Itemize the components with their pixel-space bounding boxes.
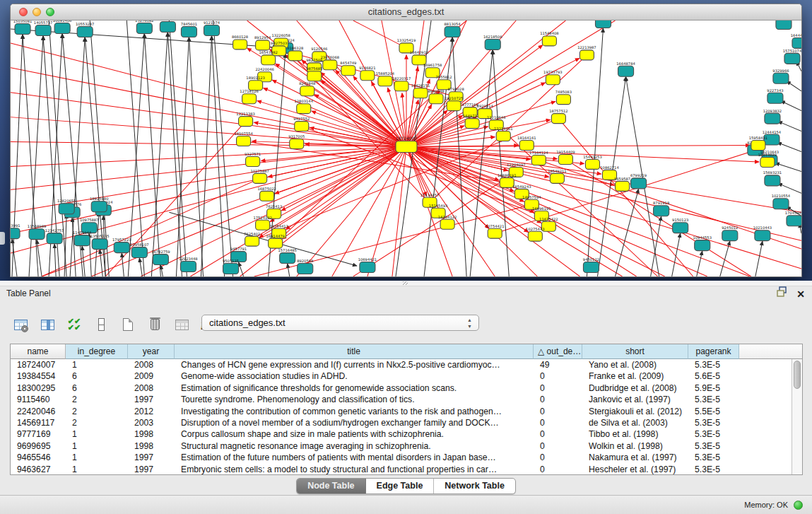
teal-node-9227343[interactable]: 9227343 bbox=[767, 88, 783, 103]
cell-in_degree[interactable]: 1 bbox=[66, 464, 128, 474]
teal-node-12820655[interactable]: 12820655 bbox=[57, 199, 76, 214]
cell-short[interactable]: Jankovic et al. (1997) bbox=[582, 394, 688, 405]
cell-name[interactable]: 9463627 bbox=[11, 464, 66, 474]
teal-node-15751074[interactable]: 15751074 bbox=[783, 49, 801, 64]
cell-out_de[interactable]: 0 bbox=[534, 417, 582, 428]
column-header-name[interactable]: name bbox=[11, 344, 66, 359]
cell-name[interactable]: 9115460 bbox=[11, 394, 66, 405]
teal-node-12654393[interactable]: 12654393 bbox=[594, 21, 612, 28]
yellow-node-9317005[interactable]: 9317005 bbox=[288, 134, 305, 148]
cell-out_de[interactable]: 0 bbox=[534, 464, 582, 474]
table-source-dropdown[interactable]: citations_edges.txt ▲▼ bbox=[201, 315, 479, 331]
yellow-node-10844622[interactable]: 10844622 bbox=[758, 153, 777, 167]
table-row[interactable]: 1872400712008Changes of HCN gene express… bbox=[11, 359, 792, 370]
cell-out_de[interactable]: 0 bbox=[534, 370, 582, 382]
teal-node-12342757[interactable]: 12342757 bbox=[45, 228, 64, 243]
network-window-titlebar[interactable]: citations_edges.txt bbox=[11, 4, 801, 21]
teal-node-14055737[interactable]: 14055737 bbox=[34, 21, 52, 35]
teal-node-7845601[interactable]: 7845601 bbox=[181, 22, 197, 37]
yellow-node-9327571[interactable]: 9327571 bbox=[245, 152, 261, 166]
yellow-node-9427552[interactable]: 9427552 bbox=[293, 117, 310, 131]
cell-pagerank[interactable]: 5.3E-5 bbox=[688, 359, 739, 370]
cell-year[interactable]: 2012 bbox=[128, 406, 175, 417]
teal-node-16033809[interactable]: 16033809 bbox=[158, 21, 177, 32]
yellow-node-10754421[interactable]: 10754421 bbox=[486, 224, 504, 238]
teal-node-16648784[interactable]: 16648784 bbox=[616, 62, 635, 76]
column-header-short[interactable]: short bbox=[582, 344, 688, 359]
table-row[interactable]: 946362711997Embryonic stem cells: a mode… bbox=[11, 464, 792, 474]
cell-short[interactable]: Dudbridge et al. (2008) bbox=[582, 382, 688, 394]
cell-name[interactable]: 18300295 bbox=[11, 382, 66, 394]
yellow-node-12803144[interactable]: 12803144 bbox=[295, 99, 314, 113]
cell-short[interactable]: de Silva et al. (2003) bbox=[582, 417, 688, 428]
teal-node-9245012[interactable]: 9245012 bbox=[722, 226, 738, 240]
cell-title[interactable]: Corpus callosum shape and size in male p… bbox=[175, 428, 534, 440]
teal-node-16782759[interactable]: 16782759 bbox=[151, 250, 170, 264]
cell-in_degree[interactable]: 1 bbox=[66, 452, 128, 463]
teal-node-6799219[interactable]: 6799219 bbox=[630, 173, 647, 188]
yellow-node-18549211[interactable]: 18549211 bbox=[548, 169, 566, 183]
cell-short[interactable]: Yano et al. (2008) bbox=[582, 359, 688, 370]
yellow-node-18901123[interactable]: 18901123 bbox=[246, 76, 264, 90]
table-row[interactable]: 2242004622012Investigating the contribut… bbox=[11, 406, 792, 417]
table-scrollbar[interactable] bbox=[792, 359, 802, 474]
yellow-node-23676068[interactable]: 23676068 bbox=[321, 55, 339, 69]
yellow-node-9146821[interactable]: 9146821 bbox=[359, 66, 375, 80]
cell-pagerank[interactable]: 5.5E-5 bbox=[688, 406, 739, 417]
cell-out_de[interactable]: 49 bbox=[534, 359, 582, 370]
panel-resize-handle[interactable] bbox=[0, 281, 812, 286]
cell-short[interactable]: Nakamura et al. (1997) bbox=[582, 452, 688, 463]
cell-year[interactable]: 1997 bbox=[128, 452, 175, 463]
table-mode-button[interactable] bbox=[11, 315, 30, 334]
teal-node-9150123[interactable]: 9150123 bbox=[672, 218, 688, 233]
hub-node-18724007[interactable]: 18724007 bbox=[396, 136, 418, 152]
table-row[interactable]: 1938455462009Genome-wide association stu… bbox=[11, 370, 792, 382]
cell-name[interactable]: 18724007 bbox=[11, 359, 66, 370]
column-chooser-button[interactable] bbox=[38, 315, 57, 334]
delete-column-button[interactable] bbox=[146, 315, 164, 334]
teal-node-16218506[interactable]: 16218506 bbox=[483, 35, 502, 49]
yellow-node-18757512[interactable]: 18757512 bbox=[549, 109, 567, 123]
teal-node-10694421[interactable]: 10694421 bbox=[358, 257, 377, 272]
cell-year[interactable]: 1998 bbox=[128, 428, 175, 440]
teal-node-10944553[interactable]: 10944553 bbox=[693, 235, 712, 250]
cell-short[interactable]: Hescheler et al. (1997) bbox=[582, 464, 688, 474]
yellow-node-8912954[interactable]: 8912954 bbox=[254, 35, 271, 49]
yellow-node-7625402[interactable]: 7625402 bbox=[244, 232, 260, 246]
cell-title[interactable]: Disruption of a novel member of a sodium… bbox=[175, 417, 534, 428]
cell-year[interactable]: 2009 bbox=[128, 370, 175, 382]
teal-node-13505135[interactable]: 13505135 bbox=[90, 234, 109, 249]
teal-node-20091406[interactable]: 20091406 bbox=[53, 21, 71, 33]
yellow-node-18107554[interactable]: 18107554 bbox=[234, 132, 253, 146]
yellow-node-17164124[interactable]: 17164124 bbox=[529, 151, 548, 165]
yellow-node-8454749[interactable]: 8454749 bbox=[340, 61, 356, 75]
cell-year[interactable]: 1998 bbox=[128, 440, 175, 452]
yellow-node-8186328[interactable]: 8186328 bbox=[287, 46, 303, 60]
teal-node-18925980[interactable]: 18925980 bbox=[90, 197, 108, 211]
yellow-node-18220317[interactable]: 18220317 bbox=[392, 76, 411, 90]
yellow-node-9659587[interactable]: 9659587 bbox=[614, 177, 630, 191]
cell-in_degree[interactable]: 6 bbox=[66, 382, 128, 394]
cell-in_degree[interactable]: 2 bbox=[66, 394, 128, 405]
cell-title[interactable]: Embryonic stem cells: a model to study s… bbox=[175, 464, 534, 474]
cell-in_degree[interactable]: 1 bbox=[66, 440, 128, 452]
teal-node-12093832[interactable]: 12093832 bbox=[763, 109, 782, 124]
cell-out_de[interactable]: 0 bbox=[534, 406, 582, 417]
cell-title[interactable]: Estimation of significance thresholds fo… bbox=[175, 382, 534, 394]
yellow-node-16164122[interactable]: 16164122 bbox=[438, 215, 457, 229]
cell-out_de[interactable]: 0 bbox=[534, 452, 582, 463]
teal-node-10958107[interactable]: 10958107 bbox=[130, 243, 148, 257]
create-column-button[interactable] bbox=[119, 315, 137, 334]
teal-node-9313991[interactable]: 9313991 bbox=[11, 223, 20, 238]
cell-in_degree[interactable]: 1 bbox=[66, 428, 128, 440]
float-panel-icon[interactable] bbox=[777, 286, 788, 302]
teal-node-8813054[interactable]: 8813054 bbox=[445, 22, 461, 37]
table-row[interactable]: 911546021997Tourette syndrome. Phenomeno… bbox=[11, 394, 792, 405]
yellow-node-8242848[interactable]: 8242848 bbox=[299, 81, 315, 95]
teal-node-10210554[interactable]: 10210554 bbox=[772, 194, 791, 209]
cell-name[interactable]: 9777169 bbox=[11, 428, 66, 440]
cell-year[interactable]: 2008 bbox=[128, 382, 175, 394]
teal-node-11568989[interactable]: 11568989 bbox=[28, 224, 46, 239]
cell-out_de[interactable]: 0 bbox=[534, 428, 582, 440]
yellow-node-19210725[interactable]: 19210725 bbox=[445, 96, 463, 110]
